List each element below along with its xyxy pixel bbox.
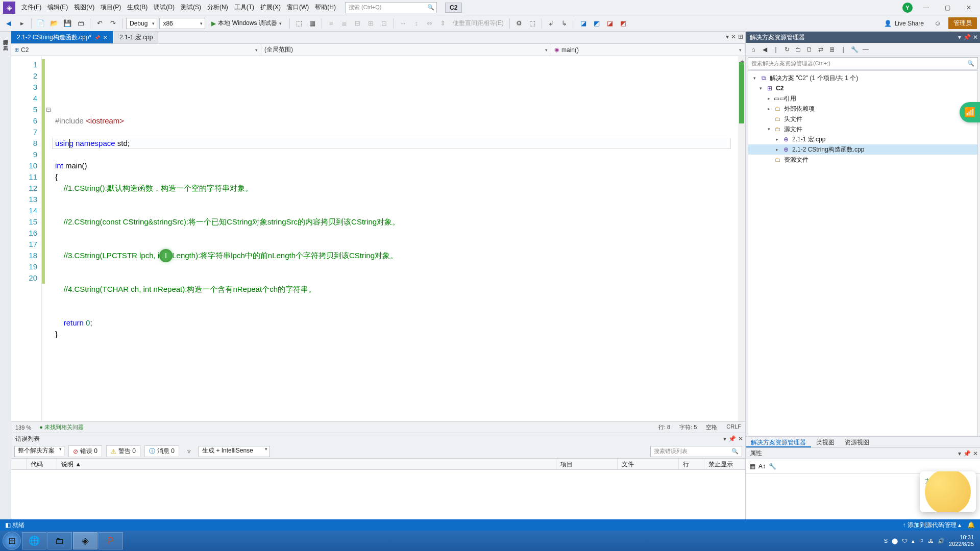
menu-item[interactable]: 帮助(H) [312,1,339,14]
taskbar-vs[interactable]: ◈ [73,532,97,549]
taskbar-chrome[interactable]: 🌐 [22,532,46,549]
tool-icon[interactable]: — [861,46,870,53]
messages-filter[interactable]: ⓘ消息 0 [144,445,179,457]
nav-scope-dropdown[interactable]: (全局范围) [261,44,551,56]
global-search-input[interactable]: 搜索 (Ctrl+Q) 🔍 [345,2,437,13]
overview-ruler[interactable]: ＋ [738,56,745,421]
line-indicator[interactable]: 行: 8 [658,423,670,431]
save-all-icon[interactable]: 🗃 [75,18,86,29]
headers-node[interactable]: 头文件 [784,115,802,123]
menu-item[interactable]: 工具(T) [231,1,257,14]
save-icon[interactable]: 💾 [62,18,73,29]
menu-item[interactable]: 测试(S) [178,1,204,14]
solution-search-input[interactable]: 搜索解决方案资源管理器(Ctrl+;)🔍 [748,57,978,69]
tool-icon[interactable]: ▦ [307,18,318,29]
back-icon[interactable]: ◀ [760,46,769,53]
maximize-button[interactable]: ▢ [939,2,955,14]
feedback-icon[interactable]: ☺ [932,18,943,29]
tool-icon[interactable]: 🗋 [805,46,814,53]
error-scope-dropdown[interactable]: 整个解决方案 [14,446,64,457]
menu-item[interactable]: 窗口(W) [284,1,312,14]
source-control-button[interactable]: ↑ 添加到源代码管理 ▴ [902,521,961,530]
tool-icon[interactable]: ↳ [559,18,570,29]
issues-indicator[interactable]: ● 未找到相关问题 [39,423,84,431]
pin-icon[interactable]: 📌 [94,35,100,40]
bookmark-icon[interactable]: ◪ [578,18,589,29]
taskbar-explorer[interactable]: 🗀 [47,532,72,549]
close-icon[interactable]: ✕ [973,34,978,41]
fold-column[interactable]: ⊟ [45,56,52,421]
code-editor[interactable]: 1234567891011121314151617181920 ⊟ I #inc… [11,56,745,421]
close-button[interactable]: ✕ [961,2,977,14]
sources-node[interactable]: 源文件 [784,125,802,134]
redo-icon[interactable]: ↷ [107,18,118,29]
undo-icon[interactable]: ↶ [94,18,105,29]
solution-root[interactable]: 解决方案 "C2" (1 个项目/共 1 个) [770,74,858,83]
tray-icon[interactable]: S [884,538,888,544]
platform-dropdown[interactable]: x86 [159,18,205,29]
volume-icon[interactable]: 🔊 [938,538,945,544]
run-button[interactable]: ▶本地 Windows 调试器▾ [207,18,285,29]
zoom-combo[interactable]: 139 % [15,424,31,431]
warnings-filter[interactable]: ⚠警告 0 [106,445,140,457]
tab-overflow-icon[interactable]: ▾ [726,33,729,40]
taskbar-clock[interactable]: 10:312022/8/25 [949,534,974,547]
tool-icon[interactable]: ⬚ [293,18,305,29]
menu-item[interactable]: 扩展(X) [257,1,284,14]
error-search-input[interactable]: 搜索错误列表🔍 [650,446,742,457]
tray-icon[interactable]: 🛡 [902,538,908,544]
tool-icon[interactable]: ⊞ [827,46,837,53]
project-node[interactable]: C2 [776,85,783,92]
wifi-float-icon[interactable]: 📶 [960,102,980,122]
config-dropdown[interactable]: Debug [126,18,157,29]
dropdown-icon[interactable]: ▾ [958,450,961,457]
network-icon[interactable]: 🖧 [928,538,934,544]
tool-icon[interactable]: 🗀 [794,46,803,53]
build-filter-dropdown[interactable]: 生成 + IntelliSense [199,446,270,457]
indent-indicator[interactable]: 空格 [706,423,717,431]
col-indicator[interactable]: 字符: 5 [679,423,697,431]
bookmark-icon[interactable]: ◩ [618,18,629,29]
source-file[interactable]: 2.1-1 宏.cpp [792,135,825,144]
sort-icon[interactable]: A↕ [758,463,766,470]
bookmark-icon[interactable]: ◪ [604,18,616,29]
panel-tab[interactable]: 类视图 [811,437,840,447]
tab-close-all-icon[interactable]: ✕ [731,33,736,40]
close-tab-icon[interactable]: ✕ [103,35,107,40]
tool-icon[interactable]: ⬚ [527,18,538,29]
error-columns[interactable]: 代码说明 ▲项目文件行禁止显示 [11,459,745,470]
nav-member-dropdown[interactable]: ◉main() [551,44,745,56]
categorize-icon[interactable]: ▦ [750,463,755,470]
nav-fwd-icon[interactable]: ▸ [16,18,28,29]
tray-icon[interactable]: ⚐ [919,538,924,544]
tab-split-icon[interactable]: ⊞ [738,33,743,40]
menu-item[interactable]: 项目(P) [97,1,124,14]
menu-item[interactable]: 调试(D) [151,1,178,14]
nav-back-icon[interactable]: ◀ [3,18,14,29]
source-file-active[interactable]: 2.1-2 CString构造函数.cpp [792,145,864,154]
dropdown-icon[interactable]: ▾ [958,34,961,41]
taskbar-powerpoint[interactable]: P [99,532,123,549]
close-icon[interactable]: ✕ [738,435,743,442]
pin-icon[interactable]: 📌 [963,34,971,41]
code-area[interactable]: I #include <iostream> using namespace st… [52,56,738,421]
tool-icon[interactable]: ⇄ [816,46,825,53]
user-avatar[interactable]: Y [902,3,913,13]
new-item-icon[interactable]: 📄 [35,18,46,29]
menu-item[interactable]: 分析(N) [204,1,231,14]
pin-icon[interactable]: 📌 [728,435,736,442]
references-node[interactable]: 引用 [784,94,796,103]
start-button[interactable]: ⊞ [3,532,21,550]
sync-icon[interactable]: ↻ [782,46,792,53]
home-icon[interactable]: ⌂ [749,46,758,53]
panel-tab[interactable]: 资源视图 [840,437,874,447]
menu-item[interactable]: 视图(V) [71,1,97,14]
bookmark-icon[interactable]: ◩ [591,18,602,29]
liveshare-button[interactable]: 👤 Live Share [879,18,929,29]
close-icon[interactable]: ✕ [973,450,978,457]
minimize-button[interactable]: — [918,2,934,14]
resources-node[interactable]: 资源文件 [784,156,808,164]
menu-item[interactable]: 编辑(E) [44,1,71,14]
tray-up-icon[interactable]: ▴ [912,538,915,544]
pin-icon[interactable]: 📌 [963,450,971,457]
